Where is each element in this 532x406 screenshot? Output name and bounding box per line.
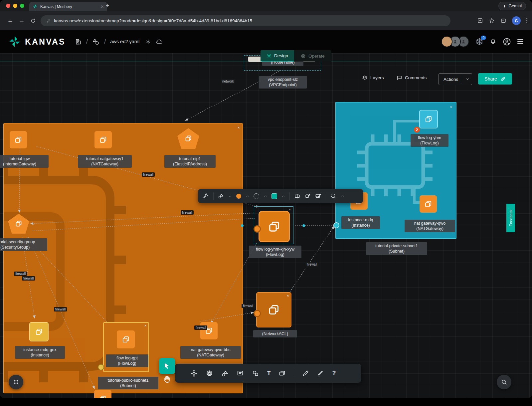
node-label-flowlog-gpt[interactable]: flow log-gpt(FlowLog) (106, 354, 148, 367)
node-label-flowlog-kjh[interactable]: flow log-yhm-kjh-xyw(FlowLog) (249, 246, 301, 258)
browser-menu-icon[interactable] (526, 18, 527, 23)
node-label-private-subnet[interactable]: tutorial-private-subnet1(Subnet) (366, 242, 427, 255)
resize-handle[interactable] (302, 224, 305, 227)
configure-wrench-icon[interactable] (203, 193, 209, 199)
collaborator-avatar[interactable] (441, 36, 452, 47)
node-internet-gateway[interactable] (10, 131, 27, 148)
zoom-button[interactable] (497, 375, 511, 389)
layers-button[interactable]: Layers (362, 75, 384, 81)
forward-button[interactable]: → (16, 17, 27, 24)
bell-icon[interactable] (490, 38, 496, 45)
fill-color-swatch[interactable] (236, 194, 241, 199)
open-external-icon[interactable] (305, 193, 311, 199)
close-window-button[interactable] (6, 4, 10, 8)
connection-handle[interactable] (254, 310, 261, 317)
frame-tool-icon[interactable] (278, 370, 286, 377)
chevron-up-icon[interactable] (264, 194, 267, 198)
node-flowlog-gpt[interactable] (117, 330, 135, 348)
node-close-icon[interactable]: ✕ (286, 295, 289, 298)
comments-button[interactable]: Comments (397, 75, 427, 81)
connection-handle[interactable] (254, 225, 261, 233)
refresh-button[interactable] (27, 18, 39, 23)
node-network-acl[interactable]: ✕ (256, 292, 291, 327)
shapes-tool-icon[interactable] (221, 370, 229, 377)
widgets-button[interactable] (9, 375, 23, 389)
chevron-up-icon[interactable] (281, 194, 285, 198)
tab-design[interactable]: Design (261, 50, 294, 62)
node-close-icon[interactable]: ✕ (288, 208, 291, 211)
shape-picker-icon[interactable] (218, 193, 224, 199)
designs-icon[interactable] (92, 38, 100, 46)
node-label-public-subnet[interactable]: tutorial-public-subnet1(Subnet) (98, 377, 158, 389)
actions-label[interactable]: Actions (439, 74, 463, 85)
maximize-window-button[interactable] (20, 4, 24, 8)
node-instance-gnx[interactable] (29, 322, 49, 341)
chevron-up-icon[interactable] (228, 194, 232, 198)
node-label-eip1[interactable]: tutorial-eip1(ElasticIPAddress) (164, 155, 216, 168)
node-natgateway-bbc[interactable] (200, 322, 218, 339)
add-image-icon[interactable] (315, 193, 321, 199)
connection-handle[interactable] (98, 364, 104, 370)
node-flowlog-kjh-selected[interactable] (259, 211, 290, 242)
user-avatar-icon[interactable] (503, 38, 511, 46)
browser-tab[interactable]: Kanvas | Meshery ✕ (29, 2, 107, 11)
border-style-swatch[interactable] (254, 193, 259, 199)
new-tab-button[interactable]: + (106, 2, 109, 9)
tab-operate[interactable]: Operate (294, 50, 331, 62)
actions-dropdown-icon[interactable] (463, 74, 472, 85)
install-icon[interactable] (477, 18, 483, 24)
node-label-natgateway1[interactable]: tutorial-natgateway1(NATGateway) (78, 155, 132, 168)
actions-button[interactable]: Actions (439, 73, 472, 85)
terminal-icon[interactable] (294, 193, 300, 199)
annotation-tool-icon[interactable] (237, 370, 244, 377)
container-close-icon[interactable]: ✕ (237, 126, 240, 129)
kanvas-logo-icon[interactable] (9, 36, 21, 48)
highlighter-tool-icon[interactable] (317, 370, 324, 377)
flow-node-tool-icon[interactable] (190, 370, 198, 377)
kubernetes-snowflake-icon[interactable] (145, 39, 151, 45)
kubernetes-tool-icon[interactable] (206, 369, 213, 377)
meshery-status-icon[interactable]: 0 (475, 38, 483, 46)
minimize-window-button[interactable] (13, 4, 17, 8)
accent-color-swatch[interactable] (271, 193, 277, 199)
node-label-instance-gnx[interactable]: instance-mdq-gnx(Instance) (15, 346, 65, 359)
node-label-vpc-endpoint[interactable]: vpc endpoint-slz(VPCEndpoint) (259, 76, 307, 89)
select-tool-button[interactable] (159, 358, 175, 374)
node-close-icon[interactable]: ✕ (144, 324, 147, 327)
design-filename[interactable]: aws ec2.yaml (110, 39, 139, 44)
bookmark-star-icon[interactable] (489, 18, 495, 24)
tab-close-icon[interactable]: ✕ (100, 4, 104, 9)
node-nat-gateway-1[interactable] (94, 131, 112, 148)
node-label-security-group[interactable]: tutorial-security-group(SecurityGroup) (0, 238, 47, 251)
share-button[interactable]: Share (478, 73, 512, 85)
address-bar[interactable]: kanvas.new/extension/meshmap?mode=design… (41, 15, 450, 26)
container-close-icon[interactable]: ✕ (450, 106, 452, 109)
chevron-up-icon[interactable] (341, 194, 344, 198)
pan-tool-icon[interactable] (163, 375, 171, 384)
node-label-igw[interactable]: tutorial-igw(InternetGateway) (0, 155, 49, 168)
organization-icon[interactable] (75, 38, 82, 45)
back-button[interactable]: ← (5, 17, 16, 24)
node-label-network-acl[interactable]: (NetworkACL) (253, 330, 297, 337)
hamburger-menu-icon[interactable] (517, 39, 523, 44)
resize-handle[interactable] (241, 224, 244, 227)
node-label-natgateway-qwo[interactable]: nat gateway-qwo(NATGateway) (405, 220, 455, 232)
node-natgateway-qwo[interactable] (420, 195, 437, 213)
node-label-flowlog-yhm[interactable]: flow log-yhm(FlowLog) (411, 134, 448, 147)
design-canvas[interactable]: ✕ ✕ (0, 53, 532, 398)
sticker-tool-icon[interactable] (252, 370, 259, 377)
node-label-natgateway-bbc[interactable]: nat gateway-qwo-bbc(NATGateway) (180, 346, 241, 359)
side-panel-icon[interactable] (500, 18, 506, 24)
lasso-icon[interactable] (330, 193, 336, 199)
collaborator-avatars[interactable] (441, 36, 469, 47)
node-clipped-bottom[interactable] (94, 390, 111, 398)
connection-handle[interactable] (333, 222, 339, 228)
gemini-button[interactable]: Gemini (498, 2, 526, 10)
cloud-sync-icon[interactable] (156, 38, 163, 45)
text-tool-icon[interactable]: T (267, 370, 270, 377)
site-settings-icon[interactable] (46, 19, 51, 23)
browser-profile-avatar[interactable]: C (512, 16, 521, 25)
help-tool-icon[interactable]: ? (332, 370, 336, 377)
pen-tool-icon[interactable] (302, 370, 309, 377)
node-label-instance-mdq[interactable]: instance-mdq(Instance) (341, 216, 380, 229)
